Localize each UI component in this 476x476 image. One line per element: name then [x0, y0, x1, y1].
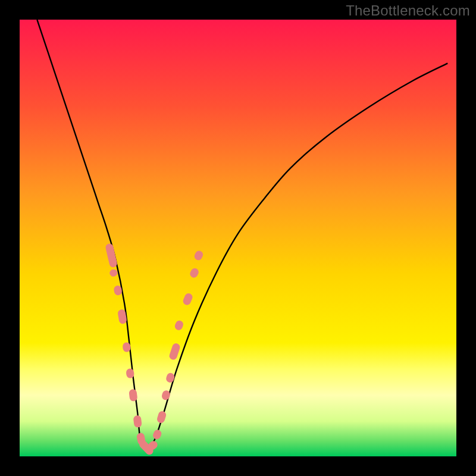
chart-frame: TheBottleneck.com — [0, 0, 476, 476]
watermark-text: TheBottleneck.com — [346, 2, 470, 19]
plot-area — [20, 20, 456, 456]
chart-svg — [20, 20, 456, 456]
gradient-background — [20, 20, 456, 456]
